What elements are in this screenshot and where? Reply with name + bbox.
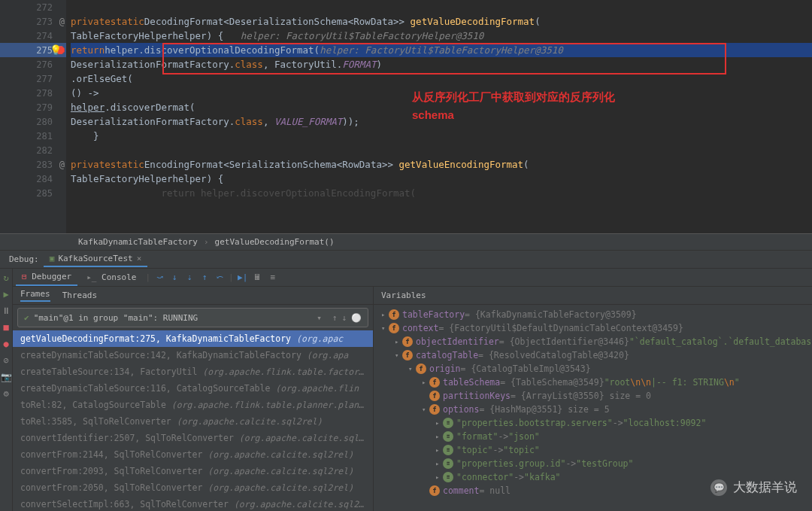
annotation-text-2: schema <box>412 108 454 121</box>
watermark: 💬 大数据羊说 <box>710 479 797 496</box>
var-row[interactable]: ▾fcontext = {FactoryUtil$DefaultDynamicT… <box>374 321 812 335</box>
chevron-down-icon: ▾ <box>317 313 322 323</box>
run-to-cursor-icon[interactable]: ▶| <box>237 272 249 284</box>
filter-icon[interactable]: ⚪ <box>351 313 362 323</box>
stack-frame[interactable]: convertFrom:2093, SqlToRelConverter (org… <box>13 463 373 479</box>
mute-icon[interactable]: ⊘ <box>0 354 12 367</box>
breadcrumb[interactable]: KafkaDynamicTableFactory › getValueDecod… <box>0 233 812 250</box>
frames-panel: Frames Threads ✔ "main"@1 in group "main… <box>13 287 374 511</box>
stack-frame[interactable]: createDynamicTableSource:142, KafkaDynam… <box>13 347 373 363</box>
var-row[interactable]: ▸≡"properties.bootstrap.servers" -> "loc… <box>374 416 812 430</box>
gutter-line[interactable]: 272 <box>0 0 66 14</box>
console-tab[interactable]: ▸_ Console <box>80 269 142 285</box>
variables-tab[interactable]: Variables <box>374 287 812 305</box>
stack-frame[interactable]: toRel:3585, SqlToRelConverter (org.apach… <box>13 413 373 430</box>
debug-label: Debug: <box>5 254 44 264</box>
stack-frame[interactable]: convertFrom:2050, SqlToRelConverter (org… <box>13 479 373 496</box>
breakpoints-icon[interactable]: ● <box>0 338 12 350</box>
stack-frame[interactable]: convertIdentifier:2507, SqlToRelConverte… <box>13 430 373 446</box>
breadcrumb-class: KafkaDynamicTableFactory <box>75 237 201 247</box>
stop-icon[interactable]: ■ <box>0 321 12 333</box>
gutter-line[interactable]: 273@ <box>0 14 66 29</box>
debug-toolbar: ⊟ Debugger ▸_ Console | ⤻ ↓ ⇣ ↑ ⤺ | ▶| 🖩… <box>13 269 812 287</box>
gutter-line[interactable]: 276 <box>0 57 66 71</box>
threads-tab[interactable]: Threads <box>62 290 97 300</box>
gutter-line[interactable]: 283@ <box>0 157 66 172</box>
variables-panel: Variables ▸ftableFactory = {KafkaDynamic… <box>374 287 812 511</box>
pause-icon[interactable]: ⏸ <box>0 305 12 317</box>
debug-side-tools: ↻ ▶ ⏸ ■ ● ⊘ 📷 ⚙ <box>0 269 13 511</box>
editor-area: 272 273@ 274 275🛑 276 277 278 279 280 28… <box>0 0 812 233</box>
stack-frame[interactable]: convertFrom:2144, SqlToRelConverter (org… <box>13 446 373 463</box>
chevron-right-icon: › <box>201 237 212 247</box>
gutter-line[interactable]: 279 <box>0 100 66 114</box>
gutter-line[interactable]: 285 <box>0 186 66 200</box>
settings-icon[interactable]: ⚙ <box>0 388 12 400</box>
debugger-tab[interactable]: ⊟ Debugger <box>16 269 77 286</box>
var-row[interactable]: ▸≡"properties.group.id" -> "testGroup" <box>374 457 812 470</box>
prev-frame-icon[interactable]: ↑ <box>332 313 338 323</box>
gutter-line[interactable]: 274 <box>0 29 66 43</box>
var-row[interactable]: ▾fcatalogTable = {ResolvedCatalogTable@3… <box>374 348 812 362</box>
stack-frame[interactable]: getValueDecodingFormat:275, KafkaDynamic… <box>13 330 373 347</box>
stack-frame[interactable]: createTableSource:134, FactoryUtil (org.… <box>13 363 373 380</box>
gutter-line[interactable]: 278 <box>0 86 66 100</box>
close-icon[interactable]: × <box>137 254 142 263</box>
frames-tab[interactable]: Frames <box>20 289 50 302</box>
var-row[interactable]: fpartitionKeys = {ArrayList@3550} size =… <box>374 389 812 403</box>
run-icon: ▣ <box>50 254 55 263</box>
rerun-icon[interactable]: ↻ <box>0 272 12 284</box>
stack-frame[interactable]: toRel:82, CatalogSourceTable (org.apache… <box>13 397 373 413</box>
debug-run-tab[interactable]: ▣ KafkaSourceTest × <box>44 251 148 267</box>
override-icon[interactable]: @ <box>59 160 65 170</box>
var-row[interactable]: ▾foptions = {HashMap@3551} size = 5 <box>374 403 812 416</box>
camera-icon[interactable]: 📷 <box>0 371 12 383</box>
resume-icon[interactable]: ▶ <box>0 288 12 300</box>
step-out-icon[interactable]: ↑ <box>198 272 211 284</box>
wechat-icon: 💬 <box>710 479 727 496</box>
var-row[interactable]: ▾forigin = {CatalogTableImpl@3543} <box>374 362 812 376</box>
frame-list[interactable]: getValueDecodingFormat:275, KafkaDynamic… <box>13 330 373 511</box>
var-row[interactable]: ▸fobjectIdentifier = {ObjectIdentifier@3… <box>374 335 812 348</box>
step-into-icon[interactable]: ↓ <box>168 272 180 284</box>
var-row[interactable]: ▸ftableSchema = {TableSchema@3549} "root… <box>374 376 812 389</box>
next-frame-icon[interactable]: ↓ <box>341 313 347 323</box>
step-over-icon[interactable]: ⤻ <box>153 272 165 284</box>
annotation-text-1: 从反序列化工厂中获取到对应的反序列化 <box>412 90 615 105</box>
var-row[interactable]: ▸ftableFactory = {KafkaDynamicTableFacto… <box>374 308 812 321</box>
gutter-line[interactable]: 277 <box>0 71 66 86</box>
var-row[interactable]: ▸≡"topic" -> "topic" <box>374 443 812 457</box>
gutter: 272 273@ 274 275🛑 276 277 278 279 280 28… <box>0 0 66 233</box>
debug-tabs: Debug: ▣ KafkaSourceTest × <box>0 251 812 269</box>
gutter-line[interactable]: 282 <box>0 143 66 157</box>
code-area[interactable]: private static DecodingFormat<Deserializ… <box>66 0 812 233</box>
gutter-line[interactable]: 284 <box>0 172 66 186</box>
trace-icon[interactable]: ≡ <box>267 272 279 284</box>
stack-frame[interactable]: convertSelectImpl:663, SqlToRelConverter… <box>13 496 373 511</box>
drop-frame-icon[interactable]: ⤺ <box>214 272 226 284</box>
gutter-line[interactable]: 280 <box>0 114 66 129</box>
var-row[interactable]: ▸≡"format" -> "json" <box>374 430 812 443</box>
debug-panel: Debug: ▣ KafkaSourceTest × ↻ ▶ ⏸ ■ ● ⊘ 📷… <box>0 250 812 511</box>
stack-frame[interactable]: createDynamicTableSource:116, CatalogSou… <box>13 380 373 397</box>
force-step-icon[interactable]: ⇣ <box>183 272 195 284</box>
override-icon[interactable]: @ <box>59 17 65 27</box>
breadcrumb-method: getValueDecodingFormat() <box>212 237 338 247</box>
gutter-line[interactable]: 281 <box>0 129 66 143</box>
evaluate-icon[interactable]: 🖩 <box>252 272 264 284</box>
bulb-icon[interactable]: 💡 <box>50 44 62 56</box>
thread-selector[interactable]: ✔ "main"@1 in group "main": RUNNING ▾ ↑ … <box>17 308 368 327</box>
